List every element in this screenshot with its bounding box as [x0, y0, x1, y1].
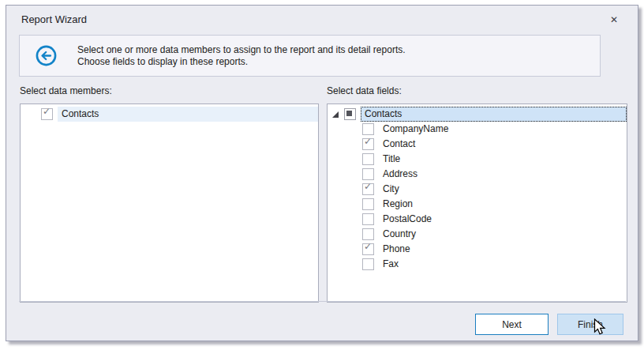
footer-separator [19, 301, 626, 302]
finish-button[interactable]: Finish [557, 314, 623, 335]
tree-node-label[interactable]: Contacts [361, 107, 627, 122]
description-line1: Select one or more data members to assig… [77, 44, 406, 56]
tree-node-label[interactable]: City [379, 182, 627, 197]
checkbox[interactable] [362, 153, 374, 165]
data-members-list[interactable]: ✓Contacts [20, 103, 319, 303]
field-row[interactable]: ✓Contact [328, 137, 627, 152]
tree-node-label[interactable]: Country [379, 227, 627, 242]
tree-node-label[interactable]: PostalCode [379, 212, 627, 227]
mouse-cursor [593, 318, 608, 337]
field-row[interactable]: ✓Phone [328, 242, 627, 257]
checkbox[interactable] [362, 213, 374, 225]
check-icon: ✓ [364, 181, 372, 192]
check-icon: ✓ [364, 136, 372, 147]
field-row[interactable]: Country [328, 227, 627, 242]
field-row[interactable]: ✓City [328, 182, 627, 197]
checkbox[interactable] [362, 228, 374, 240]
field-row[interactable]: PostalCode [328, 212, 627, 227]
description-line2: Choose fields to display in these report… [77, 56, 406, 68]
indeterminate-mark [346, 111, 352, 116]
tree-node-label[interactable]: Phone [379, 242, 627, 257]
report-wizard-dialog: Report Wizard ✕ Select one or more data … [6, 5, 638, 341]
checkbox[interactable]: ✓ [362, 138, 374, 150]
checkbox[interactable] [344, 108, 356, 120]
checkbox[interactable] [362, 123, 374, 135]
tree-node-label[interactable]: Contact [379, 137, 627, 152]
tree-node-label[interactable]: Title [379, 152, 627, 167]
tree-root-row[interactable]: Contacts [328, 107, 627, 122]
field-row[interactable]: Fax [328, 257, 627, 272]
data-fields-label: Select data fields: [327, 85, 402, 96]
expanded-triangle-icon[interactable] [332, 111, 339, 118]
checkbox[interactable]: ✓ [362, 243, 374, 255]
next-button[interactable]: Next [475, 314, 549, 335]
wizard-header: Select one or more data members to assig… [19, 35, 601, 77]
data-member-row[interactable]: ✓Contacts [21, 107, 318, 122]
tree-node-label[interactable]: Fax [379, 257, 627, 272]
close-icon[interactable]: ✕ [606, 12, 622, 28]
title-bar: Report Wizard ✕ [6, 6, 638, 35]
field-row[interactable]: Title [328, 152, 627, 167]
dialog-title: Report Wizard [21, 13, 87, 25]
checkbox[interactable]: ✓ [362, 183, 374, 195]
data-fields-rows: ContactsCompanyName✓ContactTitleAddress✓… [328, 104, 627, 272]
tree-node-label[interactable]: Region [379, 197, 627, 212]
back-icon[interactable] [36, 45, 57, 66]
field-row[interactable]: Region [328, 197, 627, 212]
checkbox[interactable]: ✓ [41, 108, 53, 120]
field-row[interactable]: Address [328, 167, 627, 182]
tree-node-label[interactable]: Address [379, 167, 627, 182]
check-icon: ✓ [43, 106, 51, 117]
tree-node-label[interactable]: CompanyName [379, 122, 627, 137]
field-row[interactable]: CompanyName [328, 122, 627, 137]
wizard-description: Select one or more data members to assig… [77, 44, 406, 68]
data-members-rows: ✓Contacts [21, 104, 318, 122]
data-members-label: Select data members: [20, 85, 112, 96]
tree-node-label[interactable]: Contacts [58, 107, 318, 122]
checkbox[interactable] [362, 198, 374, 210]
check-icon: ✓ [364, 241, 372, 252]
checkbox[interactable] [362, 168, 374, 180]
checkbox[interactable] [362, 258, 374, 270]
data-fields-tree[interactable]: ContactsCompanyName✓ContactTitleAddress✓… [327, 103, 627, 303]
